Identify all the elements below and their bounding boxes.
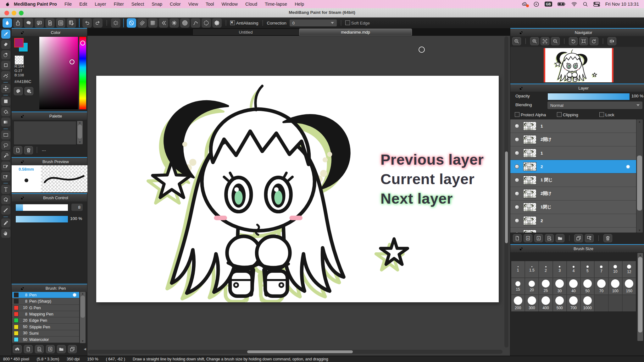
document-list-button[interactable] — [56, 18, 65, 28]
saturation-value-picker[interactable] — [39, 37, 78, 109]
popout-icon[interactable] — [20, 160, 24, 163]
snap-grid-button[interactable] — [148, 18, 158, 28]
window-title-bar[interactable]: MediBang Paint for Steam (64bit) — [0, 8, 644, 18]
add-layer-button[interactable] — [545, 234, 554, 242]
layer-settings-gear-icon[interactable] — [626, 164, 630, 169]
menu-item-time-lapse[interactable]: Time-lapse — [261, 2, 291, 7]
layer-row[interactable]: 1 — [510, 119, 636, 133]
shape-select-tool[interactable] — [1, 195, 10, 204]
brush-size-option[interactable]: 20 — [525, 278, 538, 294]
cloud-status-icon[interactable] — [521, 1, 528, 7]
menu-clock[interactable]: Fri Nov 10 13:31 — [605, 2, 639, 7]
divide-tool[interactable] — [1, 206, 10, 215]
redo-button[interactable] — [93, 18, 103, 28]
snap-vanishing-button[interactable] — [159, 18, 168, 28]
lasso-tool[interactable] — [1, 141, 10, 150]
brush-size-option[interactable]: 400 — [539, 295, 552, 311]
folder-button[interactable] — [57, 345, 66, 353]
brush-size-slider[interactable] — [15, 204, 68, 211]
layer-visibility-dot[interactable] — [515, 191, 519, 196]
close-icon[interactable] — [14, 30, 18, 34]
brush-size-option[interactable]: 700 — [567, 295, 580, 311]
new-brush-photo-button[interactable] — [35, 345, 44, 353]
brush-row[interactable]: 30 Sumi — [12, 330, 79, 337]
spotlight-icon[interactable] — [583, 2, 588, 7]
battery-icon[interactable] — [558, 2, 566, 6]
brush-list-scrollbar[interactable]: ▲ ▼ — [80, 292, 86, 343]
menu-item-color[interactable]: Color — [166, 2, 185, 7]
blending-dropdown[interactable]: Normal — [547, 101, 642, 109]
brush-opacity-slider[interactable] — [15, 216, 68, 223]
foreground-color-swatch[interactable] — [14, 38, 24, 47]
popout-icon[interactable] — [20, 196, 24, 200]
snap-settings-button[interactable] — [212, 18, 222, 28]
soft-edge-checkbox[interactable] — [345, 20, 350, 25]
brush-size-option[interactable]: 15 — [511, 278, 525, 294]
soft-edge-toggle[interactable]: Soft Edge — [345, 20, 370, 25]
trash-button[interactable] — [603, 234, 612, 242]
brush-row[interactable]: 8 Mapping Pen — [12, 311, 79, 317]
brush-size-option[interactable]: 40 — [567, 278, 580, 294]
menu-item-cloud[interactable]: Cloud — [242, 2, 261, 7]
layer-row[interactable]: 2 — [510, 214, 636, 228]
close-icon[interactable] — [513, 247, 516, 250]
correction-dropdown[interactable]: 0 — [290, 19, 337, 26]
brush-size-option[interactable]: 12 — [623, 261, 636, 277]
layer-opacity-slider[interactable] — [547, 93, 630, 100]
fit-screen-button[interactable] — [541, 37, 549, 45]
close-icon[interactable] — [513, 86, 516, 90]
brush-size-option[interactable]: 1.5 — [525, 261, 538, 277]
magic-wand-tool[interactable] — [1, 151, 10, 160]
cloud-upload-button[interactable] — [13, 345, 22, 353]
hue-slider[interactable] — [79, 37, 86, 109]
menu-item-snap[interactable]: Snap — [148, 2, 166, 7]
transfer-button[interactable] — [585, 234, 594, 242]
document-button[interactable] — [45, 18, 55, 28]
menu-item-edit[interactable]: Edit — [75, 2, 91, 7]
brush-size-option[interactable]: 1 — [511, 261, 525, 277]
brush-row[interactable]: 50 Stipple Pen — [12, 324, 79, 330]
snap-parallel-button[interactable] — [137, 18, 147, 28]
brush-size-scrollbar[interactable]: ▲ — [637, 253, 643, 341]
navigator-preview-area[interactable] — [510, 47, 644, 84]
layer-visibility-dot[interactable] — [515, 151, 519, 155]
layer-visibility-dot[interactable] — [515, 205, 519, 209]
brush-size-option[interactable]: 150 — [623, 278, 636, 294]
layer-visibility-dot[interactable] — [515, 218, 519, 223]
reset-view-button[interactable] — [579, 37, 588, 45]
flip-horizontal-button[interactable] — [608, 37, 616, 45]
menu-item-filter[interactable]: Filter — [110, 2, 128, 7]
keyboard-layout-badge[interactable]: GB — [545, 2, 552, 7]
brush-size-option[interactable]: 3 — [553, 261, 566, 277]
brush-size-option[interactable]: 5 — [581, 261, 594, 277]
share-button[interactable] — [13, 18, 23, 28]
hand-tool[interactable] — [1, 229, 10, 238]
select-eraser-tool[interactable] — [1, 172, 10, 181]
brush-row[interactable]: 20 Edge Pen — [12, 317, 79, 324]
palette-swatch-list[interactable] — [14, 121, 76, 145]
text-tool[interactable] — [1, 185, 10, 194]
new-layer-button[interactable] — [513, 234, 522, 242]
close-icon[interactable] — [513, 30, 516, 34]
wifi-icon[interactable] — [571, 2, 577, 7]
zoom-in-button[interactable] — [530, 37, 539, 45]
transparent-swatch[interactable] — [15, 56, 24, 64]
play-circle-icon[interactable] — [533, 1, 539, 7]
new-layer-button[interactable] — [24, 345, 33, 353]
menu-item-layer[interactable]: Layer — [91, 2, 110, 7]
brush-size-option[interactable]: 4 — [567, 261, 580, 277]
eraser-tool[interactable] — [1, 40, 10, 49]
brush-row[interactable]: 10 G Pen — [12, 305, 79, 311]
control-center-icon[interactable] — [593, 2, 600, 7]
popout-icon[interactable] — [20, 114, 24, 118]
brush-size-option[interactable]: 200 — [511, 295, 525, 311]
antialiasing-checkbox[interactable] — [230, 20, 235, 25]
clipping-toggle[interactable]: Clipping — [557, 112, 578, 117]
menu-item-tool[interactable]: Tool — [202, 2, 218, 7]
script-brush-button[interactable]: S — [46, 345, 55, 353]
zoom-out-button[interactable] — [551, 37, 560, 45]
snap-radial-button[interactable] — [169, 18, 179, 28]
zoom-actual-button[interactable] — [512, 37, 521, 45]
vertical-scrollbar[interactable] — [504, 36, 508, 348]
layer-visibility-dot[interactable] — [515, 178, 519, 182]
